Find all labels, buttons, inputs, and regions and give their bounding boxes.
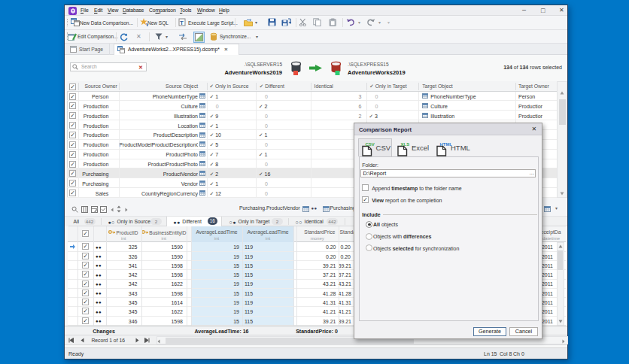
svg-text:T: T <box>180 20 184 26</box>
svg-text:CSV: CSV <box>365 142 374 147</box>
svg-text:XLS: XLS <box>400 142 409 147</box>
